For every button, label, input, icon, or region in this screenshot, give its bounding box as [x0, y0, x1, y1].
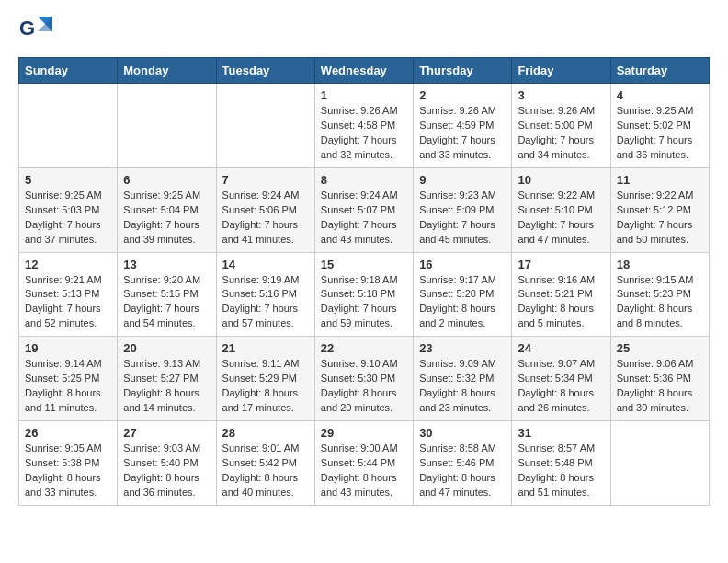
day-content: Sunrise: 9:07 AMSunset: 5:34 PMDaylight:… [518, 357, 604, 416]
day-cell: 20Sunrise: 9:13 AMSunset: 5:27 PMDayligh… [118, 337, 216, 421]
day-number: 22 [321, 341, 407, 355]
day-cell: 6Sunrise: 9:25 AMSunset: 5:04 PMDaylight… [118, 167, 216, 252]
day-number: 8 [321, 173, 407, 187]
week-row-1: 1Sunrise: 9:26 AMSunset: 4:58 PMDaylight… [19, 84, 710, 168]
week-row-5: 26Sunrise: 9:05 AMSunset: 5:38 PMDayligh… [19, 421, 710, 506]
day-cell: 8Sunrise: 9:24 AMSunset: 5:07 PMDaylight… [314, 167, 413, 252]
day-cell: 17Sunrise: 9:16 AMSunset: 5:21 PMDayligh… [512, 252, 610, 337]
day-cell: 2Sunrise: 9:26 AMSunset: 4:59 PMDaylight… [414, 84, 512, 168]
day-cell: 15Sunrise: 9:18 AMSunset: 5:18 PMDayligh… [314, 252, 413, 337]
page: G SundayMondayTuesdayWednesdayThursdayFr… [0, 0, 728, 521]
col-header-saturday: Saturday [610, 58, 709, 84]
logo: G [18, 15, 57, 48]
day-cell: 23Sunrise: 9:09 AMSunset: 5:32 PMDayligh… [414, 337, 512, 421]
day-content: Sunrise: 8:58 AMSunset: 5:46 PMDaylight:… [419, 442, 506, 500]
day-content: Sunrise: 9:11 AMSunset: 5:29 PMDaylight:… [222, 357, 309, 416]
day-cell: 28Sunrise: 9:01 AMSunset: 5:42 PMDayligh… [216, 421, 314, 506]
day-cell: 12Sunrise: 9:21 AMSunset: 5:13 PMDayligh… [19, 252, 118, 337]
day-cell: 26Sunrise: 9:05 AMSunset: 5:38 PMDayligh… [19, 421, 118, 506]
day-content: Sunrise: 9:22 AMSunset: 5:12 PMDaylight:… [617, 189, 703, 247]
day-number: 25 [617, 341, 703, 355]
day-content: Sunrise: 9:23 AMSunset: 5:09 PMDaylight:… [419, 189, 506, 247]
logo-icon: G [18, 15, 53, 48]
day-number: 20 [123, 341, 210, 355]
day-content: Sunrise: 9:14 AMSunset: 5:25 PMDaylight:… [25, 357, 111, 416]
day-cell: 14Sunrise: 9:19 AMSunset: 5:16 PMDayligh… [216, 252, 314, 337]
col-header-sunday: Sunday [19, 58, 118, 84]
day-content: Sunrise: 9:01 AMSunset: 5:42 PMDaylight:… [222, 442, 309, 500]
day-number: 2 [419, 88, 506, 102]
day-content: Sunrise: 9:03 AMSunset: 5:40 PMDaylight:… [123, 442, 210, 500]
day-number: 27 [123, 426, 210, 440]
day-content: Sunrise: 9:17 AMSunset: 5:20 PMDaylight:… [419, 273, 506, 332]
svg-text:G: G [19, 17, 35, 40]
day-number: 18 [617, 258, 703, 271]
day-cell: 30Sunrise: 8:58 AMSunset: 5:46 PMDayligh… [414, 421, 512, 506]
day-content: Sunrise: 9:26 AMSunset: 4:58 PMDaylight:… [321, 104, 407, 163]
day-content: Sunrise: 9:10 AMSunset: 5:30 PMDaylight:… [321, 357, 407, 416]
day-number: 15 [321, 258, 407, 271]
day-number: 31 [518, 426, 604, 440]
day-content: Sunrise: 9:25 AMSunset: 5:03 PMDaylight:… [25, 189, 111, 247]
day-number: 19 [25, 341, 111, 355]
day-cell: 13Sunrise: 9:20 AMSunset: 5:15 PMDayligh… [118, 252, 216, 337]
col-header-tuesday: Tuesday [216, 58, 314, 84]
day-content: Sunrise: 9:18 AMSunset: 5:18 PMDaylight:… [321, 273, 407, 332]
col-header-monday: Monday [118, 58, 216, 84]
day-cell: 4Sunrise: 9:25 AMSunset: 5:02 PMDaylight… [610, 84, 709, 168]
day-content: Sunrise: 9:00 AMSunset: 5:44 PMDaylight:… [321, 442, 407, 500]
day-cell [216, 84, 314, 168]
day-cell: 27Sunrise: 9:03 AMSunset: 5:40 PMDayligh… [118, 421, 216, 506]
day-number: 23 [419, 341, 506, 355]
day-number: 13 [123, 258, 210, 271]
day-content: Sunrise: 9:19 AMSunset: 5:16 PMDaylight:… [222, 273, 309, 332]
day-content: Sunrise: 9:09 AMSunset: 5:32 PMDaylight:… [419, 357, 506, 416]
day-content: Sunrise: 9:06 AMSunset: 5:36 PMDaylight:… [617, 357, 703, 416]
day-number: 26 [25, 426, 111, 440]
day-cell [19, 84, 118, 168]
day-number: 7 [222, 173, 309, 187]
day-content: Sunrise: 9:24 AMSunset: 5:06 PMDaylight:… [222, 189, 309, 247]
day-cell: 31Sunrise: 8:57 AMSunset: 5:48 PMDayligh… [512, 421, 610, 506]
day-number: 3 [518, 88, 604, 102]
day-cell [610, 421, 709, 506]
header: G [18, 15, 710, 48]
day-cell: 16Sunrise: 9:17 AMSunset: 5:20 PMDayligh… [414, 252, 512, 337]
day-cell: 7Sunrise: 9:24 AMSunset: 5:06 PMDaylight… [216, 167, 314, 252]
col-header-thursday: Thursday [414, 58, 512, 84]
day-number: 6 [123, 173, 210, 187]
day-cell: 5Sunrise: 9:25 AMSunset: 5:03 PMDaylight… [19, 167, 118, 252]
calendar-table: SundayMondayTuesdayWednesdayThursdayFrid… [18, 57, 710, 506]
day-content: Sunrise: 9:20 AMSunset: 5:15 PMDaylight:… [123, 273, 210, 332]
day-content: Sunrise: 9:26 AMSunset: 5:00 PMDaylight:… [518, 104, 604, 163]
day-number: 30 [419, 426, 506, 440]
day-number: 21 [222, 341, 309, 355]
day-cell: 1Sunrise: 9:26 AMSunset: 4:58 PMDaylight… [314, 84, 413, 168]
day-content: Sunrise: 9:25 AMSunset: 5:02 PMDaylight:… [617, 104, 703, 163]
day-cell: 21Sunrise: 9:11 AMSunset: 5:29 PMDayligh… [216, 337, 314, 421]
week-row-2: 5Sunrise: 9:25 AMSunset: 5:03 PMDaylight… [19, 167, 710, 252]
day-content: Sunrise: 8:57 AMSunset: 5:48 PMDaylight:… [518, 442, 604, 500]
day-number: 16 [419, 258, 506, 271]
day-cell: 9Sunrise: 9:23 AMSunset: 5:09 PMDaylight… [414, 167, 512, 252]
day-cell: 3Sunrise: 9:26 AMSunset: 5:00 PMDaylight… [512, 84, 610, 168]
day-number: 17 [518, 258, 604, 271]
day-cell: 29Sunrise: 9:00 AMSunset: 5:44 PMDayligh… [314, 421, 413, 506]
col-header-friday: Friday [512, 58, 610, 84]
day-content: Sunrise: 9:05 AMSunset: 5:38 PMDaylight:… [25, 442, 111, 500]
week-row-3: 12Sunrise: 9:21 AMSunset: 5:13 PMDayligh… [19, 252, 710, 337]
day-cell [118, 84, 216, 168]
day-number: 5 [25, 173, 111, 187]
week-row-4: 19Sunrise: 9:14 AMSunset: 5:25 PMDayligh… [19, 337, 710, 421]
day-cell: 19Sunrise: 9:14 AMSunset: 5:25 PMDayligh… [19, 337, 118, 421]
day-content: Sunrise: 9:16 AMSunset: 5:21 PMDaylight:… [518, 273, 604, 332]
day-content: Sunrise: 9:24 AMSunset: 5:07 PMDaylight:… [321, 189, 407, 247]
day-number: 1 [321, 88, 407, 102]
day-content: Sunrise: 9:21 AMSunset: 5:13 PMDaylight:… [25, 273, 111, 332]
day-number: 28 [222, 426, 309, 440]
day-content: Sunrise: 9:22 AMSunset: 5:10 PMDaylight:… [518, 189, 604, 247]
day-number: 14 [222, 258, 309, 271]
day-content: Sunrise: 9:15 AMSunset: 5:23 PMDaylight:… [617, 273, 703, 332]
day-number: 29 [321, 426, 407, 440]
day-cell: 22Sunrise: 9:10 AMSunset: 5:30 PMDayligh… [314, 337, 413, 421]
